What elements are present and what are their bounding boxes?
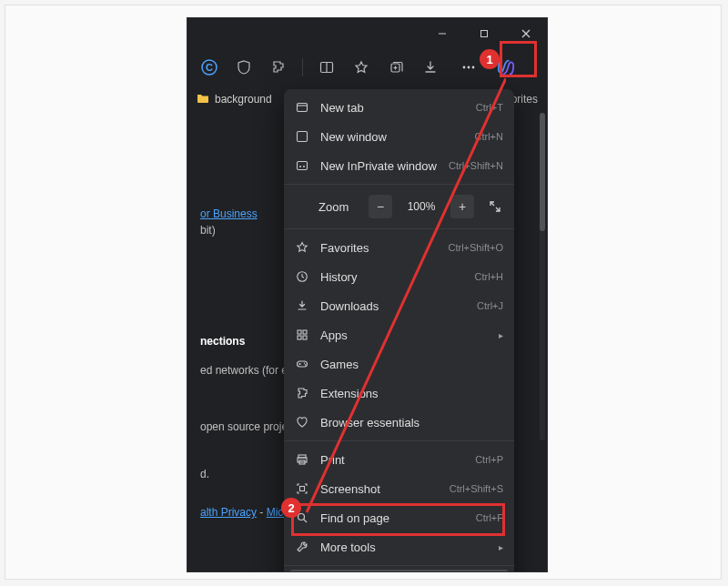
print-icon: [295, 452, 309, 467]
menu-print[interactable]: Print Ctrl+P: [284, 445, 514, 474]
svg-line-35: [304, 520, 307, 522]
menu-shortcut: Ctrl+Shift+N: [449, 160, 503, 171]
menu-find[interactable]: Find on page Ctrl+F: [284, 503, 514, 532]
inprivate-icon: [295, 158, 309, 173]
menu-separator: [284, 440, 514, 441]
svg-rect-21: [298, 330, 301, 334]
toolbar-divider: [302, 58, 303, 76]
menu-games[interactable]: Games: [284, 349, 514, 379]
chevron-right-icon: ▸: [499, 542, 503, 552]
extensions-icon[interactable]: [268, 56, 289, 78]
svg-rect-25: [298, 361, 308, 367]
downloads-icon[interactable]: [420, 56, 441, 78]
menu-screenshot[interactable]: Screenshot Ctrl+Shift+S: [284, 474, 514, 503]
fullscreen-button[interactable]: [483, 195, 507, 218]
menu-favorites[interactable]: Favorites Ctrl+Shift+O: [284, 233, 514, 262]
toolbar: C: [187, 49, 547, 86]
find-icon: [295, 510, 309, 525]
settings-and-more-menu: New tab Ctrl+T New window Ctrl+N New InP…: [284, 89, 514, 571]
svg-point-28: [304, 363, 305, 364]
svg-point-18: [299, 166, 301, 167]
favorites-icon: [295, 240, 309, 255]
games-icon: [295, 357, 309, 371]
favorites-star-icon[interactable]: [350, 56, 372, 78]
menu-shortcut: Ctrl+Shift+S: [450, 483, 503, 494]
menu-label: Screenshot: [320, 482, 439, 496]
menu-label: Find on page: [320, 511, 465, 525]
zoom-in-button[interactable]: +: [450, 195, 474, 218]
text-dash: -: [257, 506, 267, 519]
menu-new-tab[interactable]: New tab Ctrl+T: [284, 93, 514, 122]
svg-point-20: [298, 272, 308, 282]
extensions-menu-icon: [295, 386, 309, 400]
menu-settings[interactable]: Settings: [289, 570, 509, 571]
chevron-right-icon: ▸: [499, 330, 503, 340]
menu-separator: [284, 184, 514, 185]
vertical-scrollbar[interactable]: [540, 113, 545, 440]
svg-rect-14: [298, 104, 308, 112]
menu-more-tools[interactable]: More tools ▸: [284, 532, 514, 561]
svg-rect-6: [321, 63, 333, 73]
svg-point-11: [463, 66, 466, 69]
scrollbar-thumb[interactable]: [540, 113, 545, 231]
tracking-prevention-icon[interactable]: [233, 56, 255, 78]
split-screen-icon[interactable]: [316, 56, 338, 78]
collections-icon[interactable]: [385, 56, 407, 78]
svg-rect-24: [303, 336, 307, 339]
menu-shortcut: Ctrl+N: [475, 131, 503, 142]
menu-inprivate[interactable]: New InPrivate window Ctrl+Shift+N: [284, 151, 514, 180]
window-titlebar: [187, 18, 547, 49]
menu-separator: [284, 228, 514, 229]
svg-rect-16: [298, 132, 308, 142]
screenshot-frame: C: [5, 5, 722, 580]
svg-point-34: [298, 514, 305, 520]
menu-apps[interactable]: Apps ▸: [284, 320, 514, 349]
maximize-button[interactable]: [463, 18, 505, 49]
svg-rect-22: [303, 330, 307, 334]
heart-pulse-icon: [295, 415, 309, 429]
menu-label: History: [320, 270, 464, 284]
menu-extensions[interactable]: Extensions: [284, 379, 514, 408]
close-button[interactable]: [505, 18, 547, 49]
menu-shortcut: Ctrl+P: [475, 454, 503, 465]
edge-window: C: [187, 18, 547, 571]
settings-and-more-button[interactable]: [454, 54, 483, 81]
profile-icon[interactable]: C: [198, 56, 220, 78]
svg-point-19: [303, 166, 305, 167]
menu-label: New tab: [320, 101, 465, 115]
menu-label: Games: [320, 358, 503, 371]
menu-new-window[interactable]: New window Ctrl+N: [284, 122, 514, 151]
menu-shortcut: Ctrl+F: [476, 512, 503, 523]
menu-shortcut: Ctrl+Shift+O: [448, 242, 503, 253]
menu-label: Favorites: [320, 241, 437, 255]
link-health-privacy[interactable]: alth Privacy: [200, 506, 257, 519]
zoom-out-button[interactable]: −: [369, 195, 392, 218]
menu-label: Extensions: [320, 387, 503, 400]
menu-history[interactable]: History Ctrl+H: [284, 262, 514, 291]
svg-rect-30: [298, 455, 306, 458]
zoom-percent: 100%: [401, 200, 441, 213]
menu-browser-essentials[interactable]: Browser essentials: [284, 408, 514, 437]
menu-label: Apps: [320, 328, 488, 342]
new-tab-icon: [295, 100, 309, 115]
menu-separator: [284, 565, 514, 566]
folder-icon: [197, 93, 209, 106]
svg-line-2: [522, 30, 530, 37]
copilot-icon[interactable]: [496, 57, 516, 77]
svg-point-13: [472, 66, 475, 69]
menu-downloads[interactable]: Downloads Ctrl+J: [284, 291, 514, 320]
menu-shortcut: Ctrl+T: [476, 102, 503, 113]
favorites-right-truncated[interactable]: orites: [511, 93, 538, 106]
link-business[interactable]: or Business: [200, 207, 258, 220]
menu-label: Browser essentials: [320, 416, 503, 429]
minimize-button[interactable]: [421, 18, 463, 49]
screenshot-icon: [295, 481, 309, 496]
svg-rect-17: [298, 162, 308, 170]
favorites-folder-label[interactable]: background: [215, 93, 272, 106]
menu-label: More tools: [320, 541, 488, 554]
svg-text:C: C: [206, 62, 213, 73]
new-window-icon: [295, 129, 309, 144]
menu-shortcut: Ctrl+H: [475, 271, 503, 282]
menu-label: New window: [320, 130, 464, 144]
downloads-icon: [295, 298, 309, 313]
